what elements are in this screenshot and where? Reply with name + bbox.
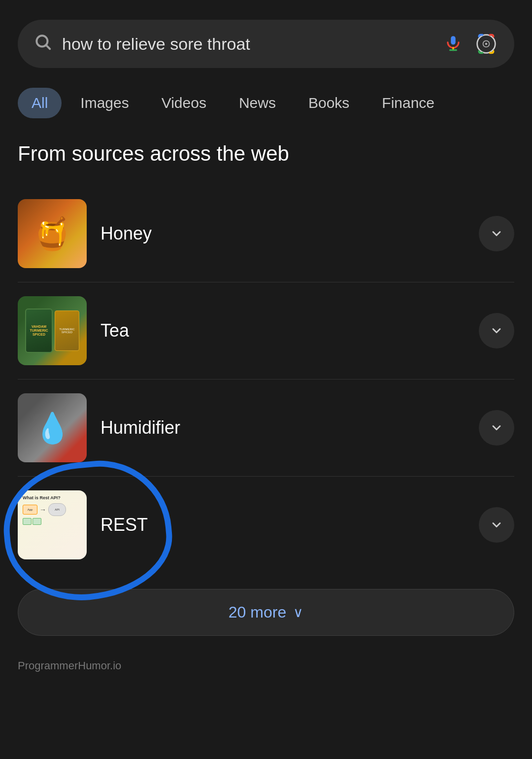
- result-item-tea[interactable]: VAHDAMTURMERICSPICED TURMERICSPICED Tea: [18, 282, 514, 380]
- page-container: how to relieve sore throat: [0, 0, 532, 702]
- result-thumb-tea: VAHDAMTURMERICSPICED TURMERICSPICED: [18, 296, 87, 365]
- result-thumb-honey: 🍯: [18, 199, 87, 268]
- footer: ProgrammerHumor.io: [18, 659, 514, 672]
- tab-books[interactable]: Books: [295, 88, 363, 118]
- search-query[interactable]: how to relieve sore throat: [62, 34, 432, 54]
- google-lens-icon[interactable]: [474, 32, 499, 56]
- tab-all[interactable]: All: [18, 88, 62, 118]
- tab-images[interactable]: Images: [66, 88, 142, 118]
- footer-text: ProgrammerHumor.io: [18, 659, 121, 672]
- expand-rest[interactable]: [479, 507, 514, 543]
- more-button[interactable]: 20 more ∨: [18, 589, 514, 636]
- result-item-humidifier[interactable]: 💧 Humidifier: [18, 380, 514, 477]
- tab-news[interactable]: News: [225, 88, 290, 118]
- expand-tea[interactable]: [479, 313, 514, 348]
- svg-rect-2: [451, 36, 456, 44]
- search-bar[interactable]: how to relieve sore throat: [18, 20, 514, 68]
- tab-videos[interactable]: Videos: [148, 88, 220, 118]
- result-label-humidifier: Humidifier: [100, 417, 465, 438]
- results-list: 🍯 Honey VAHDAMTURMERICSPICED TURMERICSPI…: [18, 185, 514, 573]
- tab-finance[interactable]: Finance: [368, 88, 448, 118]
- result-item-rest[interactable]: What is Rest API? App → API REST: [18, 477, 514, 573]
- more-chevron-icon: ∨: [293, 604, 303, 621]
- voice-search-icon[interactable]: [442, 33, 464, 55]
- more-button-label: 20 more: [229, 603, 286, 621]
- svg-point-8: [485, 43, 488, 45]
- search-icon: [33, 33, 52, 56]
- result-thumb-rest: What is Rest API? App → API: [18, 490, 87, 559]
- result-label-tea: Tea: [100, 320, 465, 341]
- result-label-honey: Honey: [100, 223, 465, 244]
- expand-honey[interactable]: [479, 216, 514, 251]
- svg-line-1: [46, 45, 50, 49]
- result-thumb-humidifier: 💧: [18, 393, 87, 462]
- filter-tabs: All Images Videos News Books Finance: [18, 88, 514, 118]
- section-title: From sources across the web: [18, 142, 514, 166]
- result-label-rest: REST: [100, 515, 465, 535]
- expand-humidifier[interactable]: [479, 410, 514, 446]
- result-item-honey[interactable]: 🍯 Honey: [18, 185, 514, 282]
